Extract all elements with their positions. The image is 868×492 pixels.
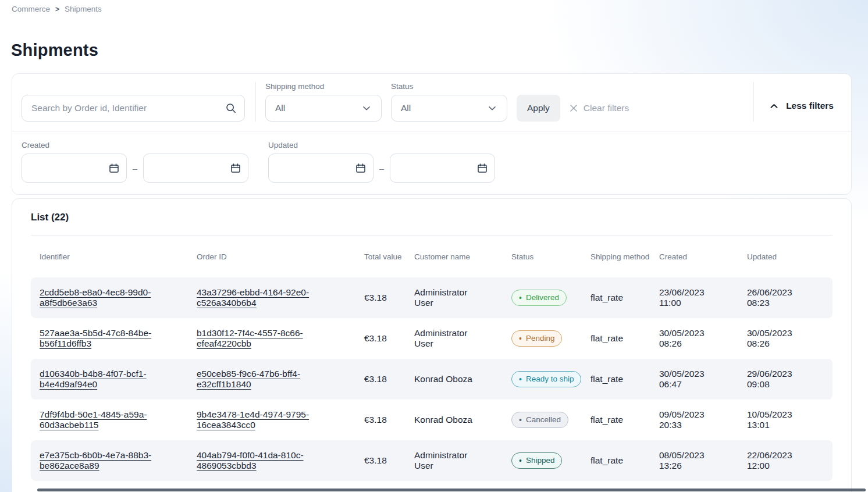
chevron-up-icon xyxy=(769,101,780,112)
search-input[interactable] xyxy=(22,95,245,122)
shipping-method-filter: Shipping method All xyxy=(265,82,382,122)
status-badge: •Ready to ship xyxy=(511,371,581,387)
table-row: 527aae3a-5b5d-47c8-84be-b56f11d6ffb3 b1d… xyxy=(31,318,833,359)
status-badge-label: Ready to ship xyxy=(526,375,574,383)
created-date: 30/05/2023 08:26 xyxy=(659,328,747,349)
status-badge: •Pending xyxy=(511,330,562,347)
order-id-link[interactable]: 43a37296-ebbd-4164-92e0-c526a340b6b4 xyxy=(197,287,309,308)
list-title: List (22) xyxy=(31,212,833,223)
status-badge: •Shipped xyxy=(511,452,562,469)
filters-row-main: Shipping method All Status All xyxy=(12,74,851,131)
status-dot-icon: • xyxy=(519,334,522,343)
identifier-link[interactable]: 2cdd5eb8-e8a0-4ec8-99d0-a8f5db6e3a63 xyxy=(40,287,151,308)
status-dot-icon: • xyxy=(519,375,522,383)
created-date: 23/06/2023 11:00 xyxy=(659,287,747,308)
total-value: €3.18 xyxy=(364,293,414,303)
apply-button[interactable]: Apply xyxy=(517,95,560,122)
order-id-link[interactable]: e50ceb85-f9c6-47b6-bff4-e32cff1b1840 xyxy=(197,369,300,389)
chevron-down-icon xyxy=(487,103,497,113)
updated-date-filter: Updated – xyxy=(268,141,495,183)
shipping-method: flat_rate xyxy=(590,374,659,384)
total-value: €3.18 xyxy=(364,455,414,466)
order-id-link[interactable]: 9b4e3478-1e4d-4974-9795-16cea3843cc0 xyxy=(197,409,309,430)
created-date: 30/05/2023 06:47 xyxy=(659,369,747,390)
table-row: 2cdd5eb8-e8a0-4ec8-99d0-a8f5db6e3a63 43a… xyxy=(31,277,833,318)
identifier-link[interactable]: 7df9f4bd-50e1-4845-a59a-60d3acbeb115 xyxy=(40,409,147,430)
updated-date: 29/06/2023 09:08 xyxy=(747,369,825,390)
calendar-icon[interactable] xyxy=(476,162,488,174)
customer-name: Administrator User xyxy=(414,450,511,471)
order-id-link[interactable]: b1d30f12-7f4c-4557-8c66-efeaf4220cbb xyxy=(197,328,303,348)
shipping-method-label: Shipping method xyxy=(265,82,382,91)
status-select[interactable]: All xyxy=(391,95,507,122)
updated-to-field xyxy=(390,154,495,183)
shipping-method: flat_rate xyxy=(590,415,659,425)
filters-panel: Shipping method All Status All xyxy=(12,73,852,195)
table-row: 7df9f4bd-50e1-4845-a59a-60d3acbeb115 9b4… xyxy=(31,400,833,440)
column-header-total-value: Total value xyxy=(364,252,414,261)
identifier-link[interactable]: d106340b-b4b8-4f07-bcf1-b4e4d9af94e0 xyxy=(40,369,147,389)
created-to-field xyxy=(143,154,248,183)
divider-vertical xyxy=(255,82,256,122)
status-dot-icon: • xyxy=(519,416,522,424)
column-header-order-id: Order ID xyxy=(197,252,364,261)
clear-filters-label: Clear filters xyxy=(584,103,629,113)
table-header-row: Identifier Order ID Total value Customer… xyxy=(31,236,833,277)
status-dot-icon: • xyxy=(519,294,522,302)
order-id-link[interactable]: 404ab794-f0f0-41da-810c-4869053cbbd3 xyxy=(197,450,304,470)
column-header-shipping-method: Shipping method xyxy=(590,252,659,261)
customer-name: Administrator User xyxy=(414,328,511,349)
shipping-method: flat_rate xyxy=(590,293,659,303)
less-filters-toggle[interactable]: Less filters xyxy=(769,101,834,112)
customer-name: Konrad Oboza xyxy=(414,374,511,384)
status-value: All xyxy=(401,103,411,113)
date-range-separator: – xyxy=(127,163,143,173)
column-header-identifier: Identifier xyxy=(31,252,197,261)
status-badge: •Delivered xyxy=(511,290,567,306)
updated-date: 10/05/2023 13:01 xyxy=(747,409,825,430)
search-icon xyxy=(225,102,237,114)
updated-from-field xyxy=(268,154,373,183)
search-field xyxy=(22,95,245,122)
status-dot-icon: • xyxy=(519,457,522,465)
updated-label: Updated xyxy=(268,141,495,149)
calendar-icon[interactable] xyxy=(230,162,241,174)
customer-name: Konrad Oboza xyxy=(414,415,511,425)
shipping-method: flat_rate xyxy=(590,455,659,466)
created-date: 08/05/2023 13:26 xyxy=(659,450,747,471)
chevron-down-icon xyxy=(361,103,372,113)
status-badge-label: Pending xyxy=(526,334,555,343)
breadcrumb-commerce[interactable]: Commerce xyxy=(12,5,50,13)
status-badge-label: Shipped xyxy=(526,456,555,465)
identifier-link[interactable]: e7e375cb-6b0b-4e7a-88b3-be862ace8a89 xyxy=(40,450,151,470)
created-date: 09/05/2023 20:33 xyxy=(659,409,747,430)
clear-filters-button[interactable]: Clear filters xyxy=(568,95,629,122)
created-from-field xyxy=(22,154,127,183)
filters-row-dates: Created – xyxy=(12,131,851,194)
column-header-customer-name: Customer name xyxy=(414,252,511,261)
clear-x-icon xyxy=(568,103,579,113)
column-header-created: Created xyxy=(659,252,747,261)
calendar-icon[interactable] xyxy=(355,162,367,174)
shipping-method-select[interactable]: All xyxy=(265,95,382,122)
less-filters-label: Less filters xyxy=(786,101,834,111)
table-row: e7e375cb-6b0b-4e7a-88b3-be862ace8a89 404… xyxy=(31,440,833,481)
updated-date: 22/06/2023 12:00 xyxy=(747,450,825,471)
page-title: Shipments xyxy=(11,40,868,60)
horizontal-scrollbar-thumb[interactable] xyxy=(37,489,866,491)
shipping-method: flat_rate xyxy=(590,333,659,344)
status-badge-label: Cancelled xyxy=(526,415,561,424)
status-label: Status xyxy=(391,82,507,91)
table-row: d106340b-b4b8-4f07-bcf1-b4e4d9af94e0 e50… xyxy=(31,359,833,400)
identifier-link[interactable]: 527aae3a-5b5d-47c8-84be-b56f11d6ffb3 xyxy=(40,328,151,348)
calendar-icon[interactable] xyxy=(108,162,120,174)
updated-date: 26/06/2023 08:23 xyxy=(747,287,825,308)
date-range-separator: – xyxy=(373,163,390,173)
total-value: €3.18 xyxy=(364,415,414,425)
total-value: €3.18 xyxy=(364,374,414,384)
status-filter: Status All xyxy=(391,82,507,122)
status-badge: •Cancelled xyxy=(511,412,568,428)
total-value: €3.18 xyxy=(364,333,414,344)
breadcrumb-shipments: Shipments xyxy=(65,5,102,13)
created-date-filter: Created – xyxy=(22,141,248,183)
